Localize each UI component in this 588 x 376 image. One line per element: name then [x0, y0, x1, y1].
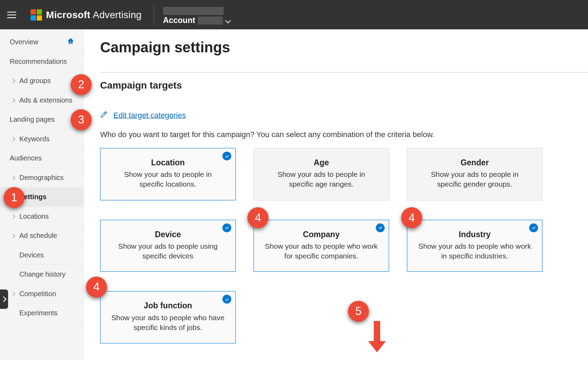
sidebar-item-label: Ad schedule — [19, 232, 57, 240]
main-content: Campaign settings Campaign targets Edit … — [84, 29, 588, 360]
callout-4-industry: 4 — [401, 207, 422, 228]
brand-bold: Microsoft — [46, 9, 90, 20]
check-icon — [222, 295, 231, 303]
card-title: Device — [111, 230, 225, 239]
sidebar-item-experiments[interactable]: Experiments — [0, 303, 83, 323]
target-card-job-function[interactable]: Job functionShow your ads to people who … — [100, 291, 236, 344]
target-card-gender[interactable]: GenderShow your ads to people in specifi… — [407, 148, 542, 200]
account-switcher[interactable]: Account — [163, 0, 231, 29]
help-text: Who do you want to target for this campa… — [100, 130, 588, 139]
callout-5: 5 — [348, 301, 369, 322]
check-icon — [222, 223, 231, 232]
callout-4-job: 4 — [86, 277, 107, 298]
microsoft-logo-icon — [31, 9, 42, 20]
sidebar-item-locations[interactable]: Locations — [0, 207, 83, 226]
card-title: Gender — [418, 158, 531, 167]
callout-3: 3 — [71, 109, 91, 130]
app-header: MicrosoftAdvertising Account — [0, 0, 588, 29]
sidebar-item-label: Landing pages — [10, 115, 55, 123]
target-card-industry[interactable]: IndustryShow your ads to people who work… — [407, 220, 542, 272]
edit-target-categories-link[interactable]: Edit target categories — [113, 111, 186, 119]
sidebar-item-label: Ad groups — [19, 77, 51, 85]
sidebar-item-label: Experiments — [19, 309, 57, 317]
sidebar-item-label: Recommendations — [10, 58, 67, 66]
brand-label: MicrosoftAdvertising — [46, 9, 142, 20]
card-title: Industry — [418, 230, 531, 239]
account-label: Account — [163, 16, 195, 25]
chevron-down-icon — [225, 17, 231, 23]
sidebar-item-change-history[interactable]: Change history — [0, 265, 83, 284]
check-icon — [222, 152, 231, 160]
redacted-account-id — [198, 16, 223, 24]
arrow-down-icon — [374, 321, 380, 342]
brand-light: Advertising — [93, 9, 142, 20]
section-campaign-targets: Campaign targets — [100, 80, 588, 91]
sidebar-item-label: Devices — [19, 251, 44, 259]
target-card-location[interactable]: LocationShow your ads to people in speci… — [100, 148, 236, 200]
card-desc: Show your ads to people in specific age … — [264, 170, 378, 189]
sidebar-item-ads-extensions[interactable]: Ads & extensions — [0, 91, 83, 110]
sidebar-item-label: Keywords — [19, 135, 49, 143]
card-title: Company — [264, 230, 378, 239]
card-desc: Show your ads to people using specific d… — [111, 241, 225, 261]
sidebar-item-ad-schedule[interactable]: Ad schedule — [0, 226, 83, 246]
callout-2: 2 — [71, 74, 91, 95]
divider — [100, 72, 588, 73]
redacted-account-name — [163, 7, 223, 15]
callout-1: 1 — [3, 187, 24, 208]
target-cards-grid: LocationShow your ads to people in speci… — [100, 148, 588, 343]
sidebar-expand-tab[interactable] — [0, 289, 8, 309]
check-icon — [529, 223, 538, 232]
home-icon — [67, 37, 75, 47]
sidebar-item-recommendations[interactable]: Recommendations — [0, 52, 83, 71]
sidebar-item-keywords[interactable]: Keywords — [0, 129, 83, 149]
card-desc: Show your ads to people in specific loca… — [111, 170, 225, 189]
card-title: Job function — [111, 301, 225, 311]
card-desc: Show your ads to people who work for spe… — [264, 241, 378, 261]
sidebar-item-label: Locations — [19, 212, 49, 220]
card-desc: Show your ads to people who work in spec… — [418, 241, 531, 261]
sidebar-item-label: Demographics — [19, 174, 64, 182]
divider — [154, 5, 154, 25]
edit-target-row: Edit target categories — [100, 111, 588, 120]
sidebar-item-label: Overview — [10, 38, 38, 46]
check-icon — [376, 223, 384, 232]
pencil-icon — [100, 111, 108, 120]
target-card-age[interactable]: AgeShow your ads to people in specific a… — [253, 148, 389, 200]
callout-4-company: 4 — [248, 207, 269, 228]
sidebar-item-demographics[interactable]: Demographics — [0, 168, 83, 187]
sidebar-item-label: Ads & extensions — [19, 96, 72, 104]
menu-icon[interactable] — [7, 9, 20, 21]
card-desc: Show your ads to people who have specifi… — [111, 313, 225, 332]
sidebar-item-audiences[interactable]: Audiences — [0, 149, 83, 168]
sidebar-item-overview[interactable]: Overview — [0, 33, 83, 52]
page-title: Campaign settings — [100, 39, 588, 56]
sidebar-item-competition[interactable]: Competition — [0, 284, 83, 303]
card-title: Age — [264, 158, 378, 167]
sidebar-item-devices[interactable]: Devices — [0, 246, 83, 265]
card-title: Location — [111, 158, 225, 167]
card-desc: Show your ads to people in specific gend… — [418, 170, 531, 189]
sidebar-item-label: Audiences — [10, 154, 42, 162]
sidebar-item-label: Competition — [19, 290, 56, 298]
sidebar-item-label: Change history — [19, 270, 65, 278]
target-card-company[interactable]: CompanyShow your ads to people who work … — [253, 220, 389, 272]
target-card-device[interactable]: DeviceShow your ads to people using spec… — [100, 220, 236, 272]
